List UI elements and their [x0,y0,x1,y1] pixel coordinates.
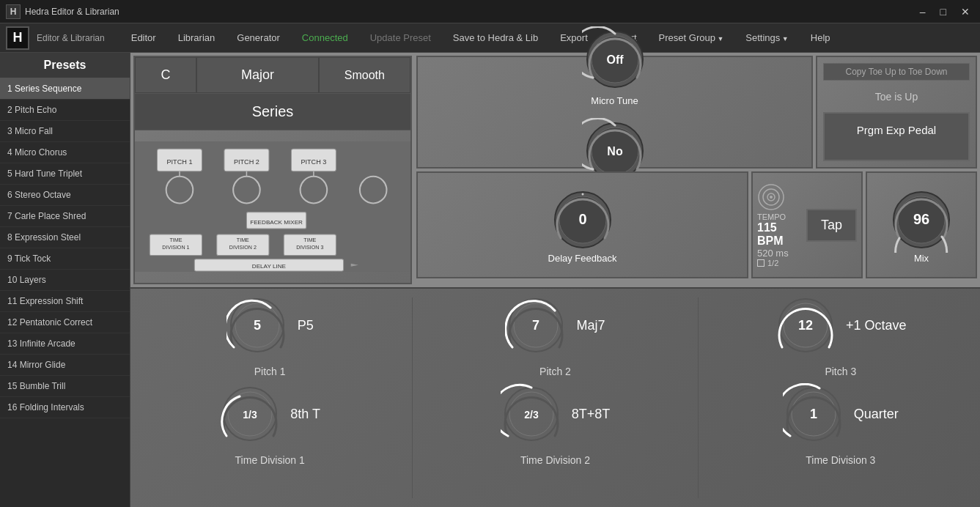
smooth-button[interactable]: Smooth [319,57,410,93]
preset-item-14[interactable]: 14 Mirror Glide [0,355,130,376]
center-right: Off Micro Tune No [415,53,980,287]
mix-panel: 96 Mix [866,171,977,278]
menu-update-preset[interactable]: Update Preset [360,28,441,48]
pitch-time-group-2: 7 Maj7 Pitch 2 2/3 8T+8T [421,295,688,501]
preset-item-3[interactable]: 3 Micro Fall [0,121,130,142]
preset-item-16[interactable]: 16 Folding Intervals [0,397,130,418]
svg-text:Off: Off [606,53,624,66]
tempo-title: TEMPO [757,212,786,221]
pitch2-knob[interactable]: 7 [505,295,567,357]
svg-text:DIVISION 2: DIVISION 2 [229,245,257,251]
prgm-exp-pedal-button[interactable]: Prgm Exp Pedal [823,112,970,161]
preset-item-15[interactable]: 15 Bumble Trill [0,376,130,397]
preset-item-10[interactable]: 10 Layers [0,270,130,291]
svg-text:1/3: 1/3 [243,409,258,421]
svg-text:5: 5 [254,318,261,333]
svg-text:12: 12 [798,318,813,333]
toe-status: Toe is Up [823,84,970,109]
minimize-button[interactable]: – [915,4,930,19]
svg-text:DIVISION 1: DIVISION 1 [162,245,189,251]
delay-feedback-panel: 0 Delay Feedback [416,171,748,278]
key-button[interactable]: C [135,57,196,93]
svg-text:PITCH 3: PITCH 3 [301,158,326,166]
mode-button[interactable]: Series [135,94,410,130]
time1-row: 1/3 8th T [219,383,320,445]
pitch3-knob[interactable]: 12 [775,295,837,357]
main-layout: Presets 1 Series Sequence 2 Pitch Echo 3… [0,53,980,507]
menu-generator[interactable]: Generator [226,28,290,48]
app-icon: H [6,4,21,19]
preset-item-11[interactable]: 11 Expression Shift [0,291,130,312]
close-button[interactable]: ✕ [957,4,974,19]
preset-item-6[interactable]: 6 Stereo Octave [0,185,130,206]
menu-preset-group[interactable]: Preset Group [649,28,734,48]
menu-editor[interactable]: Editor [121,28,166,48]
preset-item-1[interactable]: 1 Series Sequence [0,78,130,100]
scale-button[interactable]: Major [196,57,318,93]
tempo-info: TEMPO 115 BPM 520 ms 1/2 [757,183,800,267]
titlebar: H Hedra Editor & Librarian – □ ✕ [0,0,980,23]
preset-item-2[interactable]: 2 Pitch Echo [0,100,130,121]
maximize-button[interactable]: □ [936,4,951,19]
preset-item-8[interactable]: 8 Expression Steel [0,227,130,248]
time2-interval: 8T+8T [572,407,611,422]
svg-text:DIVISION 3: DIVISION 3 [296,245,323,251]
preset-item-12[interactable]: 12 Pentatonic Correct [0,312,130,333]
time3-knob[interactable]: 1 [783,383,845,445]
pitch1-row: 5 P5 [226,295,314,357]
time1-interval: 8th T [290,407,320,422]
key-scale-row: C Major Smooth [135,57,410,94]
menubar: H Editor & Librarian Editor Librarian Ge… [0,23,980,53]
svg-text:96: 96 [913,211,929,227]
svg-point-40 [770,196,773,199]
svg-text:FEEDBACK MIXER: FEEDBACK MIXER [250,219,303,226]
time1-knob[interactable]: 1/3 [219,383,281,445]
pitch-time-group-3: 12 +1 Octave Pitch 3 1 Quarter [707,295,974,501]
app-logo: H [6,26,29,50]
menu-help[interactable]: Help [800,28,841,48]
pitch2-row: 7 Maj7 [505,295,605,357]
delay-feedback-knob[interactable]: 0 [550,187,616,253]
tempo-half-checkbox[interactable] [757,259,765,267]
pitch3-interval: +1 Octave [846,318,907,333]
menu-librarian[interactable]: Librarian [168,28,226,48]
mix-knob[interactable]: 96 [888,187,954,253]
mix-label: Mix [914,253,929,264]
svg-text:TIME: TIME [237,237,249,243]
pitch1-knob[interactable]: 5 [226,295,289,357]
sidebar-header: Presets [0,53,130,78]
preset-item-7[interactable]: 7 Carle Place Shred [0,206,130,227]
menu-connected[interactable]: Connected [292,28,358,48]
time2-row: 2/3 8T+8T [501,383,611,445]
copy-toe-button[interactable]: Copy Toe Up to Toe Down [823,63,970,81]
svg-text:1: 1 [810,407,817,421]
svg-text:PITCH 1: PITCH 1 [166,158,192,166]
preset-item-13[interactable]: 13 Infinite Arcade [0,333,130,355]
micro-tune-panel: Off Micro Tune No [416,56,813,169]
micro-tune-knob[interactable]: Off [582,26,648,92]
svg-text:DELAY LINE: DELAY LINE [252,263,287,270]
preset-item-4[interactable]: 4 Micro Chorus [0,142,130,163]
preset-item-5[interactable]: 5 Hard Tune Triplet [0,163,130,185]
menu-save[interactable]: Save to Hedra & Lib [443,28,548,48]
menu-settings[interactable]: Settings [735,28,798,48]
sidebar: Presets 1 Series Sequence 2 Pitch Echo 3… [0,53,130,507]
svg-text:PITCH 2: PITCH 2 [234,158,259,166]
time1-label: Time Division 1 [235,454,305,466]
svg-text:0: 0 [578,211,586,227]
time3-label: Time Division 3 [806,454,875,466]
tap-button[interactable]: Tap [806,209,857,242]
app-subtitle: Editor & Librarian [37,33,105,43]
time3-row: 1 Quarter [783,383,899,445]
top-section: C Major Smooth Series PITCH 1 PITCH 2 [130,53,980,287]
svg-text:TIME: TIME [169,237,182,243]
tempo-half: 1/2 [757,259,778,267]
signal-diagram: PITCH 1 PITCH 2 PITCH 3 [135,130,410,283]
pitch-time-group-1: 5 P5 Pitch 1 1/3 8th T [136,295,403,501]
window-controls: – □ ✕ [915,4,974,19]
svg-text:No: No [607,145,623,158]
micro-tune-row: Off Micro Tune No [415,53,980,170]
time2-knob[interactable]: 2/3 [501,383,563,445]
preset-item-9[interactable]: 9 Tick Tock [0,248,130,270]
tempo-bpm: 115 BPM [757,221,800,248]
